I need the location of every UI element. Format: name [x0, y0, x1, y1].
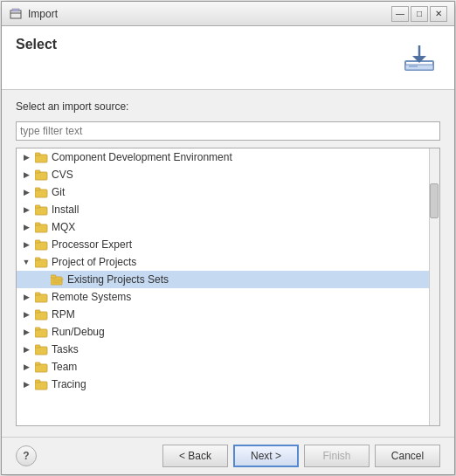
folder-icon	[35, 256, 49, 268]
tree-item-label: Tasks	[52, 343, 79, 355]
scrollbar[interactable]	[429, 148, 439, 425]
import-dialog: Import — □ ✕ Select Select an i	[1, 1, 455, 475]
folder-icon	[35, 326, 49, 338]
next-button[interactable]: Next >	[233, 445, 299, 467]
tree-item-label: Existing Projects Sets	[67, 273, 169, 286]
folder-icon	[35, 361, 49, 373]
folder-icon	[35, 204, 49, 216]
expand-icon[interactable]: ▶	[20, 378, 32, 390]
title-bar: Import — □ ✕	[2, 2, 454, 26]
tree-item-label: Processor Expert	[52, 238, 132, 251]
tree-item-cvs[interactable]: ▶ CVS	[17, 166, 439, 183]
finish-button[interactable]: Finish	[304, 445, 370, 467]
minimize-button[interactable]: —	[391, 6, 409, 22]
tree-view: ▶ Component Development Environment▶ CVS…	[16, 148, 440, 426]
svg-rect-35	[35, 362, 40, 365]
tree-item-label: Tracing	[52, 378, 86, 390]
svg-rect-10	[35, 170, 40, 173]
svg-rect-31	[35, 328, 40, 330]
svg-rect-25	[52, 282, 60, 284]
source-label: Select an import source:	[16, 100, 440, 113]
tree-item-label: Remote Systems	[52, 291, 131, 303]
folder-icon	[35, 151, 49, 163]
svg-rect-20	[35, 258, 40, 260]
svg-rect-27	[35, 293, 40, 295]
expand-icon[interactable]	[36, 273, 48, 286]
svg-rect-29	[35, 310, 40, 313]
tree-item-component-dev[interactable]: ▶ Component Development Environment	[17, 148, 439, 166]
dialog-title: Import	[28, 8, 58, 20]
expand-icon[interactable]: ▼	[20, 256, 32, 268]
expand-icon[interactable]: ▶	[20, 361, 32, 373]
svg-rect-22	[51, 275, 56, 278]
svg-rect-37	[35, 380, 40, 383]
projects-set-icon	[51, 273, 65, 286]
tree-item-label: CVS	[52, 169, 73, 181]
tree-item-processor-expert[interactable]: ▶ Processor Expert	[17, 236, 439, 253]
folder-icon	[35, 378, 49, 390]
svg-rect-16	[35, 223, 40, 225]
back-button[interactable]: < Back	[162, 445, 228, 467]
header-panel: Select	[2, 26, 454, 90]
expand-icon[interactable]: ▶	[20, 186, 32, 198]
folder-icon	[35, 186, 49, 198]
tree-item-run-debug[interactable]: ▶ Run/Debug	[17, 323, 439, 341]
cancel-button[interactable]: Cancel	[375, 445, 440, 467]
page-title: Select	[16, 37, 57, 52]
svg-rect-24	[52, 280, 62, 282]
folder-icon	[35, 221, 49, 233]
tree-item-label: Component Development Environment	[52, 151, 232, 163]
expand-icon[interactable]: ▶	[20, 151, 32, 163]
expand-icon[interactable]: ▶	[20, 221, 32, 233]
folder-icon	[35, 238, 49, 251]
expand-icon[interactable]: ▶	[20, 238, 32, 251]
folder-icon	[35, 308, 49, 321]
tree-item-tracing[interactable]: ▶ Tracing	[17, 376, 439, 393]
expand-icon[interactable]: ▶	[20, 169, 32, 181]
tree-item-tasks[interactable]: ▶ Tasks	[17, 341, 439, 358]
tree-item-remote-systems[interactable]: ▶ Remote Systems	[17, 288, 439, 306]
maximize-button[interactable]: □	[411, 6, 428, 22]
expand-icon[interactable]: ▶	[20, 326, 32, 338]
tree-item-label: Team	[52, 361, 77, 373]
tree-item-rpm[interactable]: ▶ RPM	[17, 306, 439, 323]
help-button[interactable]: ?	[16, 445, 37, 466]
folder-icon	[35, 343, 49, 355]
folder-icon	[35, 291, 49, 303]
expand-icon[interactable]: ▶	[20, 204, 32, 216]
expand-icon[interactable]: ▶	[20, 291, 32, 303]
tree-item-label: Install	[52, 204, 79, 216]
svg-rect-0	[10, 10, 21, 18]
content-area: Select an import source: ▶ Component Dev…	[2, 90, 454, 437]
expand-icon[interactable]: ▶	[20, 343, 32, 355]
svg-rect-3	[405, 65, 433, 70]
tree-item-label: RPM	[52, 308, 75, 321]
svg-rect-33	[35, 345, 40, 348]
tree-item-install[interactable]: ▶ Install	[17, 201, 439, 218]
tree-item-existing-projects-sets[interactable]: Existing Projects Sets	[17, 271, 439, 288]
filter-input[interactable]	[16, 121, 440, 141]
button-bar: ? < Back Next > Finish Cancel	[2, 437, 454, 474]
close-button[interactable]: ✕	[430, 6, 447, 22]
svg-rect-1	[12, 9, 19, 11]
tree-item-team[interactable]: ▶ Team	[17, 358, 439, 376]
expand-icon[interactable]: ▶	[20, 308, 32, 321]
tree-item-label: Git	[52, 186, 65, 198]
svg-rect-12	[35, 188, 40, 190]
svg-rect-8	[35, 153, 40, 155]
tree-item-label: Project of Projects	[52, 256, 136, 268]
tree-item-label: Run/Debug	[52, 326, 105, 338]
dialog-icon	[9, 7, 23, 21]
tree-item-project-of-projects[interactable]: ▼ Project of Projects	[17, 253, 439, 271]
tree-item-label: MQX	[52, 221, 75, 233]
tree-item-mqx[interactable]: ▶ MQX	[17, 218, 439, 236]
svg-rect-14	[35, 205, 40, 208]
tree-item-git[interactable]: ▶ Git	[17, 183, 439, 201]
svg-rect-18	[35, 240, 40, 243]
import-icon	[398, 37, 440, 79]
window-controls: — □ ✕	[391, 6, 447, 22]
folder-icon	[35, 169, 49, 181]
svg-rect-23	[52, 279, 64, 280]
